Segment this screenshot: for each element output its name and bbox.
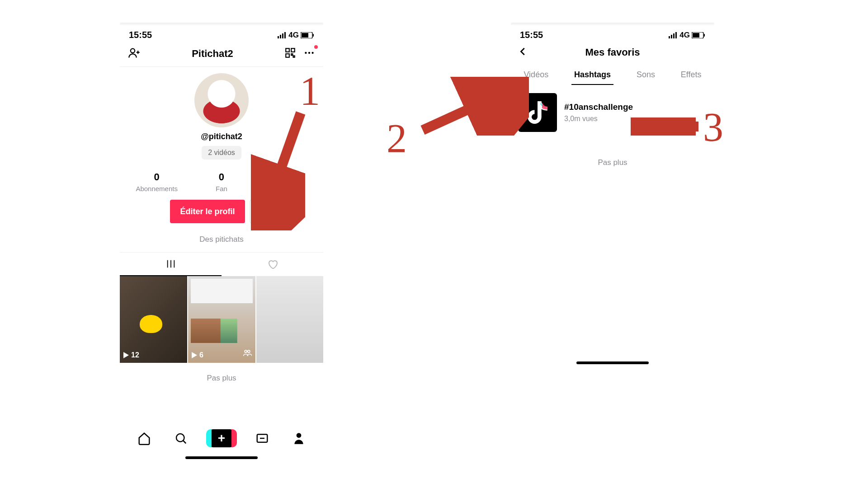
stat-following-label: Abonnements [125, 185, 189, 192]
home-indicator [576, 361, 649, 364]
nav-inbox-icon[interactable] [253, 429, 271, 447]
phone-top-edge [120, 23, 323, 25]
bio-text: Des pitichats [120, 235, 323, 244]
stat-following-num: 0 [125, 171, 189, 183]
end-of-list: Pas plus [120, 374, 323, 383]
stat-fan[interactable]: 0 Fan [189, 171, 254, 192]
edit-profile-button[interactable]: Éditer le profil [170, 200, 245, 223]
handle: @pitichat2 [201, 132, 242, 141]
svg-rect-32 [704, 34, 705, 37]
video-thumb[interactable]: 6 [188, 276, 255, 363]
content-tabs [120, 253, 323, 276]
stat-fan-label: Fan [189, 185, 254, 192]
svg-point-21 [176, 434, 184, 442]
svg-rect-10 [286, 54, 289, 57]
annotation-number-2: 2 [387, 115, 407, 162]
svg-rect-11 [291, 54, 292, 55]
stat-fan-num: 0 [189, 171, 254, 183]
svg-point-14 [308, 52, 310, 54]
svg-rect-3 [284, 32, 286, 38]
video-thumb[interactable]: 12 [120, 276, 187, 363]
signal-icon [669, 32, 678, 38]
play-count: 12 [123, 351, 139, 359]
svg-rect-27 [671, 35, 672, 38]
svg-rect-2 [282, 33, 283, 38]
svg-rect-29 [675, 32, 677, 38]
favorites-title: Mes favoris [511, 47, 714, 58]
hashtag-name: #10anschallenge [564, 102, 633, 112]
annotation-arrow-1 [251, 108, 305, 230]
more-icon[interactable] [303, 47, 315, 61]
clock: 15:55 [520, 30, 543, 40]
svg-rect-0 [278, 36, 279, 38]
svg-rect-6 [313, 34, 314, 37]
svg-point-15 [311, 52, 313, 54]
video-grid: 12 6 [120, 276, 323, 363]
qr-icon[interactable] [284, 47, 296, 61]
video-thumb-placeholder [256, 276, 323, 363]
svg-rect-9 [291, 48, 295, 52]
svg-rect-28 [673, 33, 675, 38]
network-label: 4G [288, 31, 299, 40]
add-friends-icon[interactable] [128, 47, 141, 61]
battery-icon [301, 32, 314, 38]
hashtag-views: 3,0m vues [564, 115, 633, 123]
signal-icon [278, 32, 287, 38]
people-icon [243, 348, 252, 359]
video-count-pill[interactable]: 2 vidéos [202, 146, 241, 160]
end-of-list: Pas plus [511, 158, 714, 167]
svg-rect-1 [280, 35, 281, 38]
tab-effects[interactable]: Effets [678, 66, 704, 85]
tab-grid[interactable] [120, 253, 222, 276]
nav-home-icon[interactable] [135, 429, 153, 447]
notification-dot [314, 45, 318, 49]
profile-title: Pitichat2 [192, 48, 233, 60]
status-bar: 15:55 4G [120, 25, 323, 43]
nav-create-button[interactable]: + [208, 429, 235, 447]
svg-rect-8 [286, 48, 289, 52]
status-bar: 15:55 4G [511, 25, 714, 43]
network-label: 4G [679, 31, 690, 40]
svg-line-22 [183, 441, 186, 443]
back-icon[interactable] [518, 47, 528, 58]
svg-point-20 [248, 350, 250, 352]
svg-point-13 [305, 52, 307, 54]
home-indicator [185, 456, 258, 459]
annotation-arrow-3 [631, 117, 701, 136]
play-count: 6 [192, 351, 203, 359]
favorites-tabs: Vidéos Hashtags Sons Effets [511, 64, 714, 85]
tab-sounds[interactable]: Sons [634, 66, 658, 85]
phone-top-edge [511, 23, 714, 25]
svg-rect-26 [669, 36, 670, 38]
phone-profile-screen: 15:55 4G Pitichat2 [120, 23, 323, 461]
battery-icon [692, 32, 705, 38]
nav-profile-icon[interactable] [290, 429, 308, 447]
phone-favorites-screen: 15:55 4G Mes favoris Vidéos Hashtags Son… [511, 23, 714, 366]
annotation-number-1: 1 [300, 68, 320, 114]
svg-rect-5 [302, 33, 308, 38]
profile-top-bar: Pitichat2 [120, 43, 323, 66]
svg-point-25 [296, 433, 301, 438]
favorites-header: Mes favoris [511, 43, 714, 64]
clock: 15:55 [129, 30, 152, 40]
tab-liked[interactable] [222, 253, 323, 276]
svg-line-33 [262, 113, 301, 221]
bottom-nav: + [120, 424, 323, 453]
svg-line-34 [423, 86, 520, 130]
nav-search-icon[interactable] [172, 429, 190, 447]
tutorial-canvas: 15:55 4G Pitichat2 [0, 0, 868, 488]
svg-point-19 [245, 350, 247, 352]
avatar[interactable] [194, 73, 249, 127]
svg-point-7 [131, 49, 135, 53]
annotation-arrow-2 [416, 77, 529, 136]
tab-hashtags[interactable]: Hashtags [571, 66, 613, 85]
svg-rect-12 [293, 56, 294, 57]
annotation-number-3: 3 [703, 104, 723, 150]
svg-rect-31 [693, 33, 699, 38]
stat-following[interactable]: 0 Abonnements [125, 171, 189, 192]
